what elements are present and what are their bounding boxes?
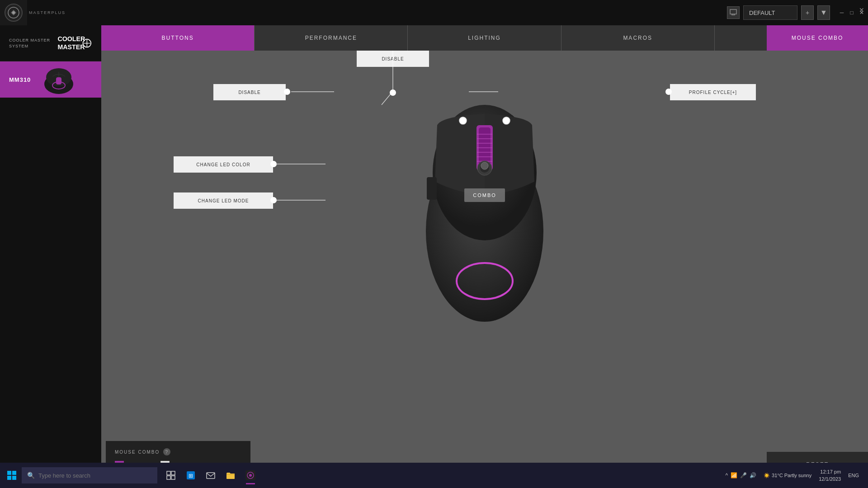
- tab-performance[interactable]: PERFORMANCE: [255, 25, 408, 51]
- svg-rect-10: [56, 77, 61, 84]
- svg-point-34: [481, 162, 488, 169]
- svg-rect-47: [171, 476, 175, 479]
- clock[interactable]: 12:17 pm 12/1/2023: [819, 468, 841, 483]
- svg-rect-40: [7, 471, 11, 475]
- language-indicator[interactable]: ENG: [848, 473, 859, 478]
- cm-taskbar-icon: [245, 470, 255, 480]
- svg-rect-45: [171, 471, 175, 475]
- explorer-button[interactable]: [221, 465, 241, 485]
- tab-performance-label: PERFORMANCE: [305, 35, 357, 41]
- device-name: MM310: [9, 76, 31, 83]
- svg-rect-2: [730, 9, 736, 14]
- svg-text:COOLER: COOLER: [57, 35, 85, 42]
- svg-point-52: [249, 474, 252, 477]
- weather-icon: ☀️: [764, 473, 770, 479]
- tab-macros-label: MACROS: [623, 35, 652, 41]
- microsoft-store-button[interactable]: ⊞: [181, 465, 201, 485]
- time-display: 12:17 pm: [819, 468, 841, 476]
- disable-left-label[interactable]: DISABLE: [213, 84, 286, 100]
- change-led-mode-label[interactable]: CHANGE LED MODE: [174, 192, 273, 209]
- mail-button[interactable]: [201, 465, 221, 485]
- mouse-combo-label: MOUSE COMBO: [792, 35, 844, 41]
- info-icon[interactable]: ?: [163, 448, 170, 455]
- mouse-diagram: COMBO: [394, 55, 575, 349]
- dot-left: [284, 89, 290, 95]
- svg-text:COMBO: COMBO: [473, 192, 496, 198]
- change-led-color-label[interactable]: CHANGE LED COLOR: [174, 156, 273, 173]
- svg-point-29: [459, 117, 467, 124]
- active-indicator: [246, 483, 255, 484]
- brand-line1: COOLER MASTER: [9, 38, 50, 43]
- coolermaster-logo: COOLER MASTER: [56, 32, 92, 55]
- change-led-mode-text: CHANGE LED MODE: [198, 198, 249, 203]
- brand-text: COOLER MASTER SYSTEM: [9, 38, 50, 49]
- dot-right: [665, 89, 672, 95]
- weather-text: 31°C Partly sunny: [772, 473, 811, 478]
- mouse-combo-button[interactable]: MOUSE COMBO: [767, 25, 868, 51]
- device-mouse-image: [36, 64, 81, 95]
- maximize-button[interactable]: □: [847, 8, 856, 17]
- nav-tabs: BUTTONS PERFORMANCE LIGHTING MACROS PROF…: [101, 25, 868, 51]
- profile-add-button[interactable]: +: [801, 5, 814, 20]
- svg-text:⊞: ⊞: [189, 473, 193, 479]
- profile-cycle-text: PROFILE CYCLE[+]: [689, 90, 737, 95]
- speaker-icon[interactable]: 🔊: [750, 472, 756, 479]
- tab-buttons-label: BUTTONS: [162, 35, 194, 41]
- tray-icons: ^ 📶 🎤 🔊: [725, 472, 756, 479]
- network-icon[interactable]: 📶: [731, 472, 737, 479]
- logo-icon: [5, 4, 23, 22]
- taskbar: 🔍 ⊞: [0, 463, 868, 488]
- svg-rect-41: [12, 471, 16, 475]
- svg-point-30: [503, 117, 510, 124]
- minimize-button[interactable]: ─: [837, 8, 846, 17]
- profile-dropdown[interactable]: DEFAULT: [743, 5, 797, 20]
- date-display: 12/1/2023: [819, 475, 841, 483]
- mail-icon: [206, 470, 216, 480]
- profile-name: DEFAULT: [749, 9, 775, 16]
- system-tray: ^ 📶 🎤 🔊 ☀️ 31°C Partly sunny 12:17 pm 12…: [722, 468, 866, 483]
- profile-area: DEFAULT + ▼: [727, 5, 830, 20]
- dot-led-mode: [270, 197, 277, 203]
- svg-rect-44: [167, 471, 170, 475]
- expand-tray-icon[interactable]: ^: [725, 472, 728, 479]
- svg-rect-31: [427, 177, 437, 200]
- profile-expand-button[interactable]: ▼: [817, 5, 830, 20]
- start-button[interactable]: [2, 463, 22, 488]
- mic-icon[interactable]: 🎤: [740, 472, 747, 479]
- info-text: ?: [165, 450, 169, 455]
- profile-icon: [727, 6, 740, 19]
- app-logo: [0, 0, 27, 25]
- search-area[interactable]: 🔍: [22, 467, 157, 483]
- svg-text:MASTER: MASTER: [57, 43, 85, 50]
- extra-close[interactable]: ✕: [855, 4, 868, 16]
- combo-panel-title: MOUSE COMBO ?: [115, 448, 241, 455]
- device-item[interactable]: MM310: [0, 61, 101, 98]
- sidebar: COOLER MASTER SYSTEM COOLER MASTER MM310: [0, 25, 101, 488]
- brand-area: COOLER MASTER SYSTEM COOLER MASTER: [0, 25, 101, 61]
- titlebar: MASTERPLUS DEFAULT + ▼ ─ □ ✕ ✕: [0, 0, 868, 25]
- search-icon: 🔍: [27, 472, 35, 479]
- coolermaster-taskbar-button[interactable]: [241, 465, 260, 485]
- tab-macros[interactable]: MACROS: [561, 25, 715, 51]
- dot-led-color: [270, 161, 277, 167]
- store-icon: ⊞: [186, 470, 196, 480]
- dot-top: [390, 89, 396, 96]
- disable-left-text: DISABLE: [238, 90, 260, 95]
- search-input[interactable]: [38, 472, 138, 479]
- svg-rect-50: [207, 473, 215, 479]
- svg-rect-43: [12, 476, 16, 480]
- folder-icon: [226, 470, 236, 480]
- tab-buttons[interactable]: BUTTONS: [101, 25, 255, 51]
- weather-widget: ☀️ 31°C Partly sunny: [764, 473, 811, 479]
- svg-rect-42: [7, 476, 11, 480]
- change-led-color-text: CHANGE LED COLOR: [196, 162, 250, 167]
- language-text: ENG: [848, 473, 859, 478]
- tab-lighting-label: LIGHTING: [468, 35, 501, 41]
- main-area: DISABLE DISABLE PROFILE CYCLE[+] CHANGE …: [101, 51, 868, 488]
- tab-lighting[interactable]: LIGHTING: [408, 25, 561, 51]
- combo-title-text: MOUSE COMBO: [115, 450, 160, 455]
- profile-cycle-label[interactable]: PROFILE CYCLE[+]: [670, 84, 756, 100]
- svg-rect-46: [167, 476, 170, 479]
- task-view-button[interactable]: [161, 465, 181, 485]
- svg-point-1: [12, 11, 15, 14]
